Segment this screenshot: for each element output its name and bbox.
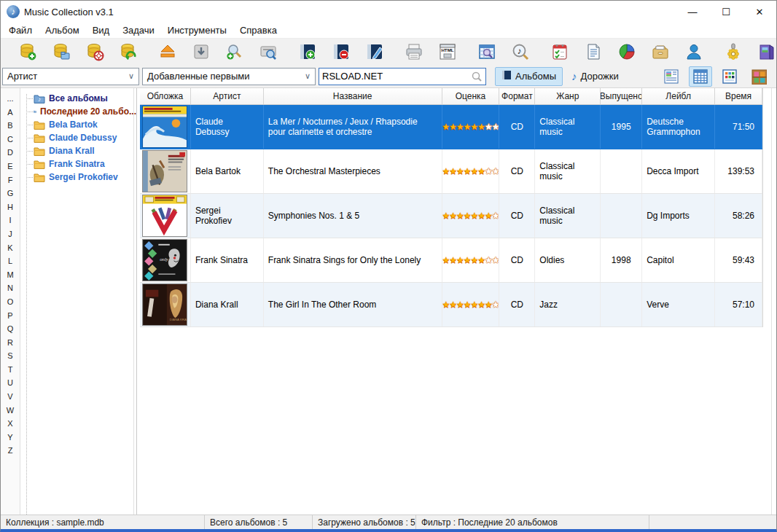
maximize-button[interactable]: ☐ bbox=[709, 1, 743, 23]
column-header-2[interactable]: Название bbox=[264, 88, 442, 104]
search-input[interactable] bbox=[319, 69, 462, 84]
view-thumbnails-button[interactable] bbox=[718, 66, 741, 87]
time-cell: 71:50 bbox=[715, 105, 762, 149]
restore-database-button[interactable] bbox=[117, 41, 139, 63]
letter-index-U[interactable]: U bbox=[1, 376, 20, 390]
scan-disc-icon bbox=[259, 42, 278, 61]
albums-toggle[interactable]: Альбомы bbox=[495, 67, 563, 86]
column-header-4[interactable]: Формат bbox=[499, 88, 535, 104]
artist-cell: Claude Debussy bbox=[191, 105, 264, 149]
table-row[interactable]: Claude Debussy La Mer / Nocturnes / Jeux… bbox=[140, 105, 762, 149]
close-button[interactable]: ✕ bbox=[743, 1, 776, 23]
letter-index-O[interactable]: O bbox=[1, 295, 20, 309]
letter-index-R[interactable]: R bbox=[1, 336, 20, 350]
sort-select[interactable]: Добавленные первыми ∨ bbox=[142, 68, 316, 85]
letter-index-B[interactable]: B bbox=[1, 119, 20, 133]
card-file-button[interactable] bbox=[649, 41, 671, 63]
backup-database-button[interactable] bbox=[84, 41, 106, 63]
exit-button[interactable] bbox=[756, 41, 777, 63]
search-add-button[interactable] bbox=[224, 41, 246, 63]
print-button[interactable] bbox=[403, 41, 425, 63]
field-select[interactable]: Артист ∨ bbox=[2, 68, 139, 85]
view-thumbnails-icon bbox=[722, 69, 738, 85]
letter-index-S[interactable]: S bbox=[1, 349, 20, 363]
table-row[interactable]: only Frank Sinatra Frank Sinatra Sings f… bbox=[140, 238, 762, 283]
column-header-1[interactable]: Артист bbox=[191, 88, 264, 104]
music-note-icon: ♪ bbox=[571, 70, 577, 82]
letter-index-T[interactable]: T bbox=[1, 363, 20, 377]
scan-disc-button[interactable] bbox=[257, 41, 279, 63]
letter-index-J[interactable]: J bbox=[1, 227, 20, 241]
column-header-5[interactable]: Жанр bbox=[535, 88, 601, 104]
letter-index-D[interactable]: D bbox=[1, 146, 20, 160]
view-shelf-button[interactable] bbox=[747, 66, 770, 87]
chevron-down-icon: ∨ bbox=[305, 71, 311, 81]
tree-item-все-альбомы[interactable]: ♪ Все альбомы bbox=[25, 92, 136, 105]
letter-index-Q[interactable]: Q bbox=[1, 322, 20, 336]
menu-item-0[interactable]: Файл bbox=[2, 23, 39, 37]
search-albums-button[interactable] bbox=[476, 41, 498, 63]
remove-album-button[interactable] bbox=[330, 41, 352, 63]
print-html-button[interactable]: HTML bbox=[437, 41, 458, 63]
column-header-3[interactable]: Оценка bbox=[442, 88, 500, 104]
tree-item-последние-20-альбо-[interactable]: ♪ Последние 20 альбо... bbox=[25, 105, 136, 118]
letter-index-H[interactable]: H bbox=[1, 200, 20, 214]
scrollbar-track[interactable] bbox=[771, 88, 772, 515]
folder-music-icon: ♪ bbox=[34, 106, 36, 117]
table-row[interactable]: Bela Bartok The Orchestral Masterpieces … bbox=[140, 149, 762, 194]
view-table-button[interactable] bbox=[689, 66, 712, 87]
search-tracks-button[interactable]: ♪ bbox=[509, 41, 531, 63]
table-row[interactable]: Sergei Prokofiev Symphonies Nos. 1 & 5 ★… bbox=[140, 194, 762, 238]
tasks-button[interactable] bbox=[549, 41, 571, 63]
column-header-8[interactable]: Время bbox=[715, 88, 762, 104]
menu-item-3[interactable]: Задачи bbox=[116, 23, 161, 37]
tree-item-frank-sinatra[interactable]: Frank Sinatra bbox=[25, 157, 136, 171]
letter-index-Z[interactable]: Z bbox=[1, 444, 20, 458]
open-database-button[interactable] bbox=[50, 41, 72, 63]
add-album-button[interactable] bbox=[297, 41, 319, 63]
tree-item-bela-bartok[interactable]: Bela Bartok bbox=[25, 118, 136, 131]
status-segment-2: Загружено альбомов : 5 bbox=[313, 515, 416, 529]
letter-index-I[interactable]: I bbox=[1, 214, 20, 227]
menu-item-1[interactable]: Альбом bbox=[39, 23, 86, 37]
minimize-button[interactable]: — bbox=[676, 1, 709, 23]
column-header-7[interactable]: Лейбл bbox=[642, 88, 715, 104]
letter-index-E[interactable]: E bbox=[1, 160, 20, 173]
edit-album-button[interactable] bbox=[364, 41, 386, 63]
letter-index-F[interactable]: F bbox=[1, 173, 20, 187]
table-row[interactable]: DIANA KRALL Diana Krall The Girl In The … bbox=[140, 283, 762, 327]
letter-index-L[interactable]: L bbox=[1, 254, 20, 268]
letter-index-G[interactable]: G bbox=[1, 187, 20, 200]
tracks-toggle[interactable]: ♪ Дорожки bbox=[566, 67, 625, 86]
menu-item-2[interactable]: Вид bbox=[86, 23, 117, 37]
menu-item-4[interactable]: Инструменты bbox=[161, 23, 233, 37]
eject-disc-button[interactable] bbox=[157, 41, 179, 63]
letter-index-N[interactable]: N bbox=[1, 281, 20, 295]
svg-text:HTML: HTML bbox=[441, 47, 453, 52]
tree-item-sergei-prokofiev[interactable]: Sergei Prokofiev bbox=[25, 171, 136, 184]
letter-index-C[interactable]: C bbox=[1, 133, 20, 146]
artists-button[interactable] bbox=[683, 41, 705, 63]
new-database-button[interactable] bbox=[17, 41, 39, 63]
letter-index-dots[interactable]: ... bbox=[1, 92, 20, 106]
settings-button[interactable] bbox=[722, 41, 744, 63]
tree-item-diana-krall[interactable]: Diana Krall bbox=[25, 144, 136, 157]
tree-item-claude-debussy[interactable]: Claude Debussy bbox=[25, 131, 136, 144]
column-header-6[interactable]: Выпущено bbox=[601, 88, 642, 104]
statistics-button[interactable] bbox=[616, 41, 638, 63]
rating-cell: ★★★★★★★★ bbox=[442, 283, 500, 326]
letter-index-Y[interactable]: Y bbox=[1, 431, 20, 445]
menu-item-5[interactable]: Справка bbox=[233, 23, 284, 37]
report-button[interactable] bbox=[582, 41, 604, 63]
view-details-button[interactable] bbox=[660, 66, 683, 87]
letter-index-M[interactable]: M bbox=[1, 268, 20, 282]
letter-index-X[interactable]: X bbox=[1, 417, 20, 431]
letter-index-W[interactable]: W bbox=[1, 404, 20, 418]
download-info-button[interactable] bbox=[190, 41, 212, 63]
column-header-0[interactable]: Обложка bbox=[140, 88, 191, 104]
letter-index-P[interactable]: P bbox=[1, 309, 20, 323]
artist-cell: Frank Sinatra bbox=[191, 238, 264, 282]
letter-index-K[interactable]: K bbox=[1, 241, 20, 255]
letter-index-A[interactable]: A bbox=[1, 106, 20, 120]
letter-index-V[interactable]: V bbox=[1, 390, 20, 404]
